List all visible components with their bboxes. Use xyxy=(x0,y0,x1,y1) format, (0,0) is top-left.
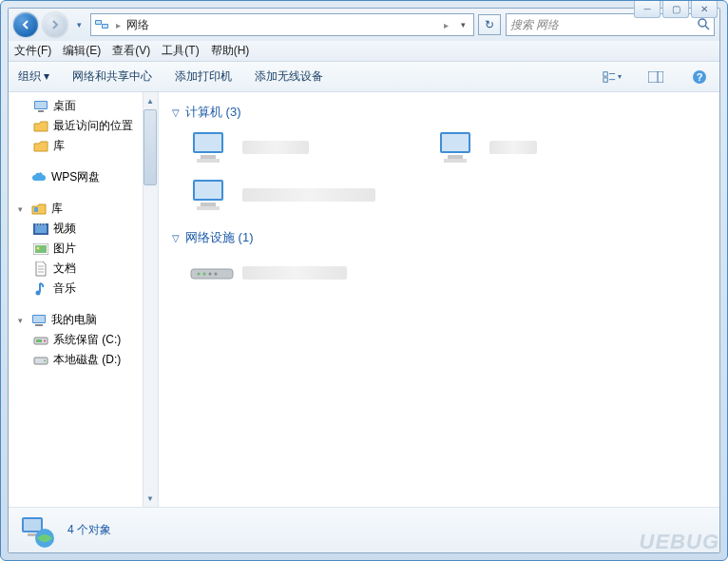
expand-icon: ▾ xyxy=(18,316,27,325)
section-computers[interactable]: ▽ 计算机 (3) xyxy=(172,104,706,121)
svg-point-22 xyxy=(41,223,42,224)
menu-file[interactable]: 文件(F) xyxy=(14,43,51,59)
tree-computer[interactable]: ▾ 我的电脑 xyxy=(9,310,158,330)
tree-label: 我的电脑 xyxy=(51,312,97,328)
scroll-up-icon[interactable]: ▲ xyxy=(144,93,157,108)
svg-point-23 xyxy=(44,223,45,224)
add-printer-button[interactable]: 添加打印机 xyxy=(175,68,232,85)
drive-icon xyxy=(33,353,48,368)
computer-item[interactable] xyxy=(189,176,408,214)
svg-rect-44 xyxy=(442,134,469,151)
tree-videos[interactable]: 视频 xyxy=(9,219,158,239)
section-network-devices[interactable]: ▽ 网络设施 (1) xyxy=(172,229,706,246)
scrollbar[interactable]: ▲ ▼ xyxy=(143,92,158,507)
collapse-icon: ▽ xyxy=(172,107,180,118)
tree-label: 系统保留 (C:) xyxy=(53,332,121,348)
watermark: UEBUG xyxy=(640,530,719,554)
svg-rect-35 xyxy=(36,339,42,342)
menu-tools[interactable]: 工具(T) xyxy=(162,43,199,59)
computer-item[interactable] xyxy=(189,128,408,166)
item-label xyxy=(242,141,309,154)
router-icon xyxy=(189,254,235,292)
tree-pictures[interactable]: 图片 xyxy=(9,239,158,259)
back-button[interactable] xyxy=(13,12,38,37)
computer-icon xyxy=(189,176,235,214)
tree-label: 库 xyxy=(53,138,65,154)
svg-point-52 xyxy=(198,273,201,276)
window-controls: ─ ▢ ✕ xyxy=(634,1,718,18)
svg-rect-10 xyxy=(648,71,663,83)
svg-rect-48 xyxy=(195,182,221,199)
tree-label: 图片 xyxy=(53,241,76,257)
collapse-icon: ▽ xyxy=(172,233,180,243)
address-bar[interactable]: ▸ 网络 ▸ ▾ xyxy=(90,13,474,36)
network-devices-grid xyxy=(189,254,706,292)
svg-rect-3 xyxy=(103,25,107,28)
close-button[interactable]: ✕ xyxy=(691,1,718,18)
command-bar: 组织 ▾ 网络和共享中心 添加打印机 添加无线设备 ▾ ? xyxy=(9,62,719,92)
tree-desktop[interactable]: 桌面 xyxy=(9,96,158,116)
search-icon xyxy=(697,17,710,33)
tree-libraries-top[interactable]: 库 xyxy=(9,136,158,156)
svg-point-53 xyxy=(203,273,206,276)
search-placeholder: 搜索 网络 xyxy=(510,17,559,33)
address-text: 网络 xyxy=(126,17,438,33)
svg-rect-42 xyxy=(197,159,220,163)
network-device-item[interactable] xyxy=(189,254,408,292)
svg-point-4 xyxy=(699,19,706,27)
navigation-bar: ▾ ▸ 网络 ▸ ▾ ↻ 搜索 网络 xyxy=(9,9,719,41)
svg-rect-45 xyxy=(448,155,463,159)
content-frame: ▾ ▸ 网络 ▸ ▾ ↻ 搜索 网络 xyxy=(8,8,720,553)
tree-wps[interactable]: WPS网盘 xyxy=(9,167,158,187)
menu-view[interactable]: 查看(V) xyxy=(112,43,150,59)
svg-rect-17 xyxy=(34,207,38,212)
maximize-button[interactable]: ▢ xyxy=(662,1,689,18)
svg-point-54 xyxy=(209,273,212,276)
computer-item[interactable] xyxy=(436,128,655,166)
svg-rect-1 xyxy=(96,21,101,24)
network-globe-icon xyxy=(18,512,56,550)
computers-grid xyxy=(189,128,706,214)
svg-rect-7 xyxy=(603,77,607,81)
address-dropdown[interactable]: ▾ xyxy=(454,20,471,29)
section-label: 计算机 (3) xyxy=(185,104,241,121)
svg-text:?: ? xyxy=(697,71,703,83)
svg-rect-6 xyxy=(603,71,607,75)
nav-history-dropdown[interactable]: ▾ xyxy=(72,15,86,34)
menu-edit[interactable]: 编辑(E) xyxy=(63,43,101,59)
tree-documents[interactable]: 文档 xyxy=(9,259,158,279)
organize-button[interactable]: 组织 ▾ xyxy=(18,68,49,85)
svg-rect-25 xyxy=(35,245,47,253)
menu-help[interactable]: 帮助(H) xyxy=(211,43,250,59)
svg-point-30 xyxy=(36,290,41,295)
svg-rect-41 xyxy=(201,155,216,159)
window-frame: ─ ▢ ✕ ▾ ▸ xyxy=(0,0,728,561)
preview-pane-button[interactable] xyxy=(645,67,666,87)
svg-rect-40 xyxy=(195,134,221,151)
scroll-down-icon[interactable]: ▼ xyxy=(144,491,157,506)
tree-drive-d[interactable]: 本地磁盘 (D:) xyxy=(9,350,158,370)
navigation-pane: 桌面 最近访问的位置 库 WPS网盘 ▾ xyxy=(9,92,159,507)
tree-label: 库 xyxy=(51,201,63,217)
video-icon xyxy=(33,222,48,237)
network-center-button[interactable]: 网络和共享中心 xyxy=(72,68,152,85)
tree-libraries[interactable]: ▾ 库 xyxy=(9,199,158,219)
minimize-button[interactable]: ─ xyxy=(634,1,661,18)
item-label xyxy=(242,188,375,202)
tree-drive-c[interactable]: 系统保留 (C:) xyxy=(9,330,158,350)
menu-bar: 文件(F) 编辑(E) 查看(V) 工具(T) 帮助(H) xyxy=(9,41,719,62)
item-label xyxy=(489,141,537,154)
tree-label: 最近访问的位置 xyxy=(53,118,133,134)
svg-rect-46 xyxy=(444,159,467,163)
forward-button[interactable] xyxy=(43,12,67,37)
view-options-button[interactable]: ▾ xyxy=(602,67,623,87)
scroll-thumb[interactable] xyxy=(144,109,157,185)
music-icon xyxy=(33,281,48,297)
tree-label: 文档 xyxy=(53,261,76,277)
tree-recent[interactable]: 最近访问的位置 xyxy=(9,116,158,136)
help-button[interactable]: ? xyxy=(689,67,710,87)
add-wireless-button[interactable]: 添加无线设备 xyxy=(255,68,323,85)
refresh-button[interactable]: ↻ xyxy=(478,14,501,35)
tree-music[interactable]: 音乐 xyxy=(9,279,158,299)
computer-icon xyxy=(31,313,47,328)
